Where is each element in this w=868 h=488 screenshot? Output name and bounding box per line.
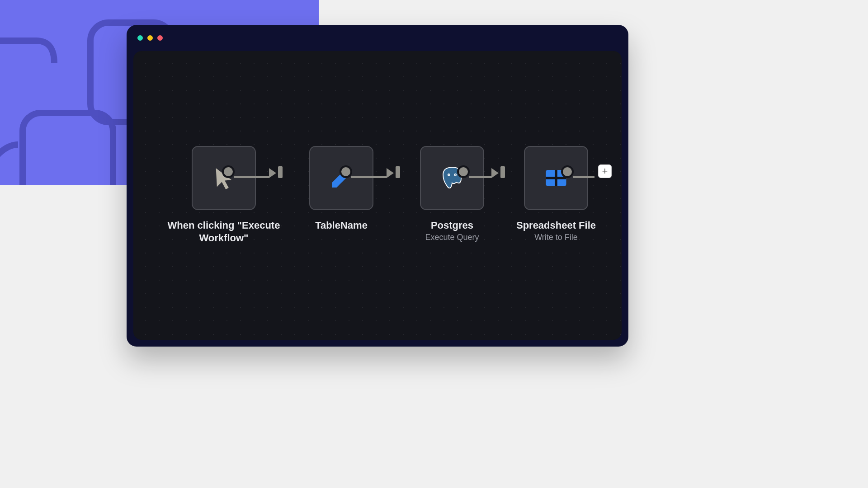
node-trigger[interactable]: When clicking "Execute Workflow" <box>165 146 283 245</box>
connector-out-port[interactable] <box>222 165 235 178</box>
node-postgres[interactable]: Postgres Execute Query <box>400 146 504 242</box>
node-subtitle: Write to File <box>516 233 596 242</box>
node-title: Postgres <box>425 219 479 232</box>
window-titlebar <box>127 25 628 51</box>
node-spreadsheet[interactable]: Spreadsheet File Write to File + <box>504 146 608 242</box>
connector-in-port[interactable] <box>278 166 283 178</box>
node-subtitle: Execute Query <box>425 233 479 242</box>
svg-rect-1 <box>23 113 113 185</box>
connector-in-port[interactable] <box>396 166 400 178</box>
plus-icon: + <box>602 166 608 176</box>
node-tablename[interactable]: TableName <box>283 146 400 233</box>
svg-point-4 <box>448 174 449 175</box>
node-title: TableName <box>315 219 368 232</box>
connector-out-port[interactable] <box>561 165 574 178</box>
svg-point-5 <box>455 174 456 175</box>
traffic-light-close-icon[interactable] <box>137 35 143 41</box>
traffic-light-minimize-icon[interactable] <box>147 35 153 41</box>
node-title: When clicking "Execute Workflow" <box>165 219 283 244</box>
app-window: When clicking "Execute Workflow" <box>127 25 628 347</box>
connector-out-port[interactable] <box>340 165 352 178</box>
add-node-button[interactable]: + <box>598 164 612 178</box>
workflow-flow: When clicking "Execute Workflow" <box>165 146 622 245</box>
traffic-light-zoom-icon[interactable] <box>157 35 163 41</box>
connector-out-port[interactable] <box>457 165 470 178</box>
node-box[interactable] <box>192 146 256 210</box>
connector-in-port[interactable] <box>500 166 505 178</box>
node-box[interactable] <box>309 146 373 210</box>
node-title: Spreadsheet File <box>516 219 596 232</box>
workflow-canvas[interactable]: When clicking "Execute Workflow" <box>133 51 622 340</box>
node-box[interactable] <box>524 146 588 210</box>
node-box[interactable] <box>420 146 484 210</box>
